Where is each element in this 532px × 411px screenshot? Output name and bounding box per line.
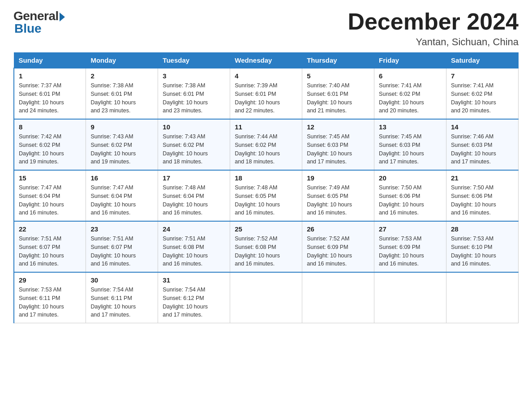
header-thursday: Thursday (302, 53, 374, 68)
day-number: 25 (235, 225, 297, 233)
day-info: Sunrise: 7:42 AMSunset: 6:02 PMDaylight:… (19, 133, 81, 166)
logo: General Blue (13, 9, 65, 36)
day-info: Sunrise: 7:48 AMSunset: 6:04 PMDaylight:… (163, 184, 225, 217)
week-row-1: 1 Sunrise: 7:37 AMSunset: 6:01 PMDayligh… (14, 68, 519, 119)
day-number: 29 (19, 276, 81, 284)
calendar-day-cell: 1 Sunrise: 7:37 AMSunset: 6:01 PMDayligh… (14, 68, 86, 119)
header-monday: Monday (86, 53, 158, 68)
title-block: December 2024 Yantan, Sichuan, China (348, 9, 519, 48)
day-info: Sunrise: 7:53 AMSunset: 6:11 PMDaylight:… (19, 286, 81, 319)
day-number: 20 (379, 174, 442, 182)
calendar-day-cell (446, 272, 519, 323)
calendar-day-cell: 22 Sunrise: 7:51 AMSunset: 6:07 PMDaylig… (14, 221, 86, 272)
month-title: December 2024 (348, 9, 519, 34)
day-number: 11 (235, 123, 297, 131)
day-info: Sunrise: 7:41 AMSunset: 6:02 PMDaylight:… (451, 81, 514, 115)
calendar-day-cell: 11 Sunrise: 7:44 AMSunset: 6:02 PMDaylig… (230, 119, 302, 170)
day-number: 19 (307, 174, 369, 182)
calendar-day-cell: 13 Sunrise: 7:45 AMSunset: 6:03 PMDaylig… (374, 119, 446, 170)
day-number: 1 (19, 72, 81, 80)
week-row-5: 29 Sunrise: 7:53 AMSunset: 6:11 PMDaylig… (14, 272, 519, 323)
calendar-day-cell: 7 Sunrise: 7:41 AMSunset: 6:02 PMDayligh… (446, 68, 519, 119)
day-number: 21 (451, 174, 514, 182)
calendar-day-cell: 14 Sunrise: 7:46 AMSunset: 6:03 PMDaylig… (446, 119, 519, 170)
calendar-day-cell: 27 Sunrise: 7:53 AMSunset: 6:09 PMDaylig… (374, 221, 446, 272)
day-number: 6 (379, 72, 442, 80)
day-number: 23 (90, 225, 153, 233)
day-info: Sunrise: 7:38 AMSunset: 6:01 PMDaylight:… (163, 81, 225, 115)
calendar-day-cell: 12 Sunrise: 7:45 AMSunset: 6:03 PMDaylig… (302, 119, 374, 170)
calendar-day-cell: 4 Sunrise: 7:39 AMSunset: 6:01 PMDayligh… (230, 68, 302, 119)
header-sunday: Sunday (14, 53, 86, 68)
calendar-day-cell: 17 Sunrise: 7:48 AMSunset: 6:04 PMDaylig… (158, 170, 230, 221)
header-tuesday: Tuesday (158, 53, 230, 68)
day-info: Sunrise: 7:40 AMSunset: 6:01 PMDaylight:… (307, 81, 369, 115)
day-info: Sunrise: 7:54 AMSunset: 6:11 PMDaylight:… (90, 286, 153, 319)
day-info: Sunrise: 7:52 AMSunset: 6:08 PMDaylight:… (235, 235, 297, 268)
logo-arrow-icon (60, 13, 65, 21)
day-number: 4 (235, 72, 297, 80)
day-info: Sunrise: 7:43 AMSunset: 6:02 PMDaylight:… (163, 133, 225, 166)
calendar-day-cell: 9 Sunrise: 7:43 AMSunset: 6:02 PMDayligh… (86, 119, 158, 170)
day-info: Sunrise: 7:51 AMSunset: 6:07 PMDaylight:… (90, 235, 153, 268)
day-number: 17 (163, 174, 225, 182)
day-info: Sunrise: 7:50 AMSunset: 6:06 PMDaylight:… (451, 184, 514, 217)
header-saturday: Saturday (446, 53, 519, 68)
calendar-day-cell: 24 Sunrise: 7:51 AMSunset: 6:08 PMDaylig… (158, 221, 230, 272)
day-number: 15 (19, 174, 81, 182)
day-number: 9 (90, 123, 153, 131)
day-info: Sunrise: 7:46 AMSunset: 6:03 PMDaylight:… (451, 133, 514, 166)
day-number: 30 (90, 276, 153, 284)
calendar-day-cell (374, 272, 446, 323)
day-info: Sunrise: 7:47 AMSunset: 6:04 PMDaylight:… (90, 184, 153, 217)
calendar-day-cell (230, 272, 302, 323)
day-info: Sunrise: 7:54 AMSunset: 6:12 PMDaylight:… (163, 286, 225, 319)
calendar-day-cell: 20 Sunrise: 7:50 AMSunset: 6:06 PMDaylig… (374, 170, 446, 221)
page-header: General Blue December 2024 Yantan, Sichu… (13, 9, 519, 48)
header-friday: Friday (374, 53, 446, 68)
day-number: 16 (90, 174, 153, 182)
calendar-header-row: SundayMondayTuesdayWednesdayThursdayFrid… (14, 53, 519, 68)
day-info: Sunrise: 7:45 AMSunset: 6:03 PMDaylight:… (307, 133, 369, 166)
calendar-day-cell: 21 Sunrise: 7:50 AMSunset: 6:06 PMDaylig… (446, 170, 519, 221)
calendar-day-cell: 30 Sunrise: 7:54 AMSunset: 6:11 PMDaylig… (86, 272, 158, 323)
day-number: 5 (307, 72, 369, 80)
calendar-day-cell: 15 Sunrise: 7:47 AMSunset: 6:04 PMDaylig… (14, 170, 86, 221)
day-number: 13 (379, 123, 442, 131)
week-row-2: 8 Sunrise: 7:42 AMSunset: 6:02 PMDayligh… (14, 119, 519, 170)
calendar-day-cell: 3 Sunrise: 7:38 AMSunset: 6:01 PMDayligh… (158, 68, 230, 119)
logo-blue-text: Blue (14, 21, 42, 36)
calendar-day-cell: 8 Sunrise: 7:42 AMSunset: 6:02 PMDayligh… (14, 119, 86, 170)
day-number: 27 (379, 225, 442, 233)
day-number: 10 (163, 123, 225, 131)
day-info: Sunrise: 7:38 AMSunset: 6:01 PMDaylight:… (90, 81, 153, 115)
day-number: 22 (19, 225, 81, 233)
day-number: 7 (451, 72, 514, 80)
day-number: 8 (19, 123, 81, 131)
day-info: Sunrise: 7:51 AMSunset: 6:08 PMDaylight:… (163, 235, 225, 268)
week-row-3: 15 Sunrise: 7:47 AMSunset: 6:04 PMDaylig… (14, 170, 519, 221)
calendar-day-cell: 10 Sunrise: 7:43 AMSunset: 6:02 PMDaylig… (158, 119, 230, 170)
calendar-day-cell: 23 Sunrise: 7:51 AMSunset: 6:07 PMDaylig… (86, 221, 158, 272)
day-number: 24 (163, 225, 225, 233)
calendar-day-cell: 16 Sunrise: 7:47 AMSunset: 6:04 PMDaylig… (86, 170, 158, 221)
day-info: Sunrise: 7:45 AMSunset: 6:03 PMDaylight:… (379, 133, 442, 166)
day-number: 12 (307, 123, 369, 131)
day-number: 31 (163, 276, 225, 284)
day-number: 28 (451, 225, 514, 233)
day-number: 2 (90, 72, 153, 80)
calendar-day-cell: 5 Sunrise: 7:40 AMSunset: 6:01 PMDayligh… (302, 68, 374, 119)
calendar-day-cell: 19 Sunrise: 7:49 AMSunset: 6:05 PMDaylig… (302, 170, 374, 221)
day-info: Sunrise: 7:53 AMSunset: 6:09 PMDaylight:… (379, 235, 442, 268)
day-info: Sunrise: 7:41 AMSunset: 6:02 PMDaylight:… (379, 81, 442, 115)
day-info: Sunrise: 7:44 AMSunset: 6:02 PMDaylight:… (235, 133, 297, 166)
calendar-day-cell (302, 272, 374, 323)
day-info: Sunrise: 7:51 AMSunset: 6:07 PMDaylight:… (19, 235, 81, 268)
calendar-day-cell: 31 Sunrise: 7:54 AMSunset: 6:12 PMDaylig… (158, 272, 230, 323)
calendar-day-cell: 28 Sunrise: 7:53 AMSunset: 6:10 PMDaylig… (446, 221, 519, 272)
day-number: 26 (307, 225, 369, 233)
day-info: Sunrise: 7:37 AMSunset: 6:01 PMDaylight:… (19, 81, 81, 115)
day-info: Sunrise: 7:53 AMSunset: 6:10 PMDaylight:… (451, 235, 514, 268)
calendar-day-cell: 29 Sunrise: 7:53 AMSunset: 6:11 PMDaylig… (14, 272, 86, 323)
day-info: Sunrise: 7:43 AMSunset: 6:02 PMDaylight:… (90, 133, 153, 166)
